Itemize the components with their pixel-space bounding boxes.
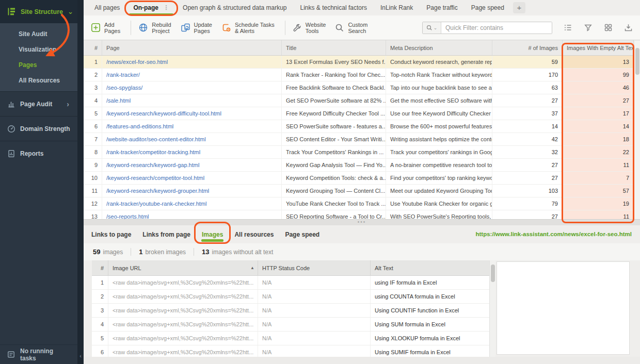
page-link[interactable]: /rank-tracker/youtube-rank-checker.html: [106, 201, 206, 207]
page-link[interactable]: /features-and-editions.html: [106, 123, 173, 129]
table-row[interactable]: 10 /keyword-research/competitor-tool.htm…: [84, 172, 634, 185]
sidebar-subitem[interactable]: All Resources: [0, 73, 77, 88]
table-row[interactable]: 13 /seo-reports.html SEO Reporting Softw…: [84, 210, 634, 219]
cell-title: Keyword Grouping Tool — Content Cl...: [282, 185, 386, 197]
cell-index: 7: [84, 133, 102, 145]
page-link[interactable]: /seo-spyglass/: [106, 85, 142, 91]
filter-button[interactable]: [584, 23, 593, 32]
export-button[interactable]: [624, 23, 633, 32]
image-row[interactable]: 3 <raw data>image/svg+xml,%3Csvg%20xmlns…: [92, 304, 489, 318]
page-link[interactable]: /keyword-research/keyword-difficulty-too…: [106, 110, 221, 117]
image-row[interactable]: 1 <raw data>image/svg+xml,%3Csvg%20xmlns…: [92, 276, 489, 290]
page-audit-icon: [7, 100, 15, 108]
table-row[interactable]: 2 /rank-tracker/ Rank Tracker - Ranking …: [84, 69, 634, 81]
sidebar-section-label: Page Audit: [20, 101, 52, 108]
table-row[interactable]: 3 /seo-spyglass/ Free Backlink Software …: [84, 81, 634, 94]
bottom-tab[interactable]: Page speed: [279, 225, 325, 243]
column-header-index[interactable]: #: [92, 260, 108, 275]
page-link[interactable]: /keyword-research/keyword-gap.html: [106, 162, 199, 168]
table-row[interactable]: 6 /features-and-editions.html SEO PowerS…: [84, 120, 634, 133]
page-link[interactable]: /sale.html: [106, 97, 131, 104]
sidebar-collapse-icon[interactable]: ‹: [77, 353, 84, 359]
column-header-title[interactable]: Title: [282, 40, 386, 55]
scrollbar-thumb[interactable]: [635, 48, 639, 75]
workspace-tab[interactable]: Page traffic: [420, 0, 464, 15]
table-row[interactable]: 5 /keyword-research/keyword-difficulty-t…: [84, 107, 634, 120]
page-link[interactable]: /rank-tracker/competitor-tracking.html: [106, 149, 200, 155]
tab-menu-icon[interactable]: ⋮: [163, 4, 169, 11]
sidebar-item-site-structure[interactable]: Site Structure ⌄: [0, 0, 84, 23]
workspace-tab[interactable]: Open graph & structured data markup: [176, 0, 293, 15]
table-scrollbar[interactable]: [634, 41, 640, 219]
selected-page-url[interactable]: https://www.link-assistant.com/news/exce…: [476, 225, 632, 243]
column-header-images[interactable]: # of Images: [492, 40, 563, 55]
page-link[interactable]: /keyword-research/keyword-grouper.html: [106, 188, 209, 194]
workspace-tab[interactable]: InLink Rank: [374, 0, 420, 15]
table-row[interactable]: 11 /keyword-research/keyword-grouper.htm…: [84, 185, 634, 197]
custom-search-button[interactable]: CustomSearch: [335, 22, 367, 34]
cell-index: 8: [84, 146, 102, 158]
pages-table-body: 1 /news/excel-for-seo.html 13 Excel Form…: [84, 56, 634, 219]
column-header-page[interactable]: Page: [102, 40, 282, 55]
edit-columns-button[interactable]: [564, 23, 572, 32]
scrollbar-thumb[interactable]: [491, 264, 495, 282]
add-tab-button[interactable]: +: [513, 2, 525, 13]
column-header-empty-alt[interactable]: Images With Empty Alt Text: [563, 40, 634, 55]
schedule-tasks-button[interactable]: Schedule Tasks& Alerts: [221, 22, 275, 34]
cell-image-count: 63: [492, 81, 563, 94]
workspace-tab[interactable]: Page speed: [465, 0, 511, 15]
bottom-tab[interactable]: Links from page: [137, 225, 196, 243]
cell-meta: Use our free Keyword Difficulty Checker …: [386, 107, 492, 120]
cell-empty-alt-count: 99: [563, 69, 634, 81]
filter-mode-dropdown[interactable]: ⌄: [423, 22, 441, 34]
image-row[interactable]: 2 <raw data>image/svg+xml,%3Csvg%20xmlns…: [92, 290, 489, 304]
running-tasks-status[interactable]: No running tasks: [0, 344, 77, 364]
cell-image-count: 42: [492, 133, 563, 145]
sidebar-subitem[interactable]: Site Audit: [0, 26, 77, 42]
image-row[interactable]: 5 <raw data>image/svg+xml,%3Csvg%20xmlns…: [92, 332, 489, 345]
quick-filter-input[interactable]: [441, 22, 552, 34]
website-tools-button[interactable]: WebsiteTools: [293, 22, 326, 34]
sidebar-header-label: Site Structure: [21, 8, 63, 15]
column-header-meta[interactable]: Meta Description: [386, 40, 492, 55]
rebuild-project-button[interactable]: RebuildProject: [138, 22, 171, 34]
cell-title: SEO Reporting Software - a Tool to Cr...: [282, 210, 386, 219]
main-area: All pages On-page ⋮ Open graph & structu…: [84, 0, 640, 364]
button-label: Pages: [104, 28, 120, 34]
image-row[interactable]: 6 <raw data>image/svg+xml,%3Csvg%20xmlns…: [92, 345, 489, 357]
sidebar-subitem[interactable]: Visualization: [0, 42, 77, 57]
page-link[interactable]: /news/excel-for-seo.html: [106, 59, 168, 65]
images-table-scrollbar[interactable]: [489, 260, 495, 357]
update-pages-button[interactable]: UpdatePages: [181, 22, 212, 34]
table-row[interactable]: 4 /sale.html Get SEO PowerSuite software…: [84, 94, 634, 107]
page-link[interactable]: /keyword-research/competitor-tool.html: [106, 175, 204, 181]
column-header-index[interactable]: #: [84, 40, 102, 55]
page-link[interactable]: /seo-reports.html: [106, 213, 149, 219]
table-row[interactable]: 8 /rank-tracker/competitor-tracking.html…: [84, 146, 634, 159]
bottom-tab[interactable]: All resources: [229, 225, 279, 243]
table-row[interactable]: 12 /rank-tracker/youtube-rank-checker.ht…: [84, 197, 634, 210]
page-link[interactable]: /rank-tracker/: [106, 72, 140, 78]
table-row[interactable]: 1 /news/excel-for-seo.html 13 Excel Form…: [84, 56, 634, 69]
image-row[interactable]: 4 <raw data>image/svg+xml,%3Csvg%20xmlns…: [92, 318, 489, 332]
workspace-tab[interactable]: Links & technical factors: [294, 0, 374, 15]
bottom-tab[interactable]: Links to page: [86, 225, 137, 243]
column-header-image-url[interactable]: Image URL ▲: [108, 260, 258, 275]
workspace-tab[interactable]: All pages: [88, 0, 126, 15]
cell-title: Keyword Competition Tools: check & a...: [282, 172, 386, 184]
sidebar-item-reports[interactable]: Reports: [0, 141, 77, 166]
sidebar-item-domain-strength[interactable]: Domain Strength: [0, 116, 77, 141]
add-pages-button[interactable]: AddPages: [91, 22, 120, 34]
sidebar-item-page-audit[interactable]: Page Audit ›: [0, 91, 77, 116]
table-row[interactable]: 7 /website-auditor/seo-content-editor.ht…: [84, 133, 634, 146]
table-row[interactable]: 9 /keyword-research/keyword-gap.html Key…: [84, 159, 634, 172]
sidebar-subitem[interactable]: Pages: [0, 57, 77, 73]
workspace-tab[interactable]: On-page ⋮: [126, 0, 176, 15]
panel-resize-handle[interactable]: •••: [84, 219, 640, 225]
column-header-status[interactable]: HTTP Status Code: [258, 260, 371, 275]
workspaces-button[interactable]: [604, 23, 613, 32]
page-link[interactable]: /website-auditor/seo-content-editor.html: [106, 136, 206, 142]
button-label: Add: [104, 22, 120, 28]
bottom-tab[interactable]: Images: [196, 225, 229, 243]
column-header-alt-text[interactable]: Alt Text: [371, 260, 489, 275]
